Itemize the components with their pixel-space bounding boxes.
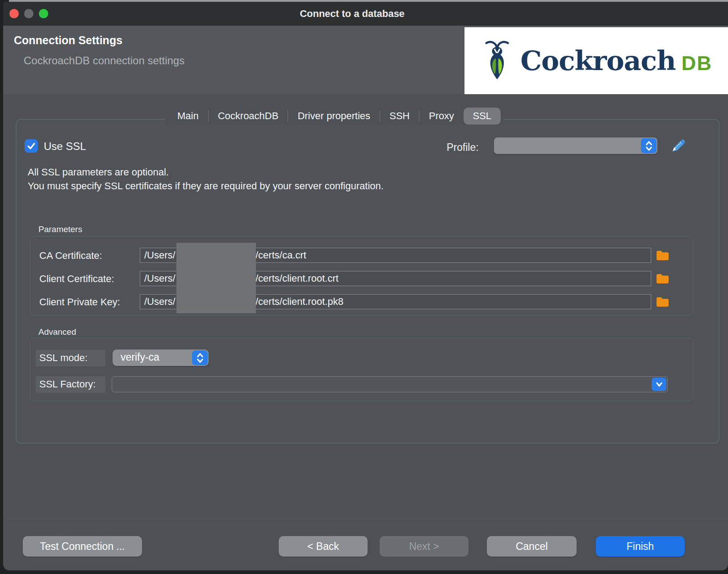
ssl-mode-label: SSL mode: [39, 352, 88, 364]
select-stepper-icon [641, 138, 657, 153]
edit-profile-pencil-icon[interactable] [670, 138, 686, 154]
client-certificate-browse-folder-icon[interactable] [656, 272, 669, 285]
back-button[interactable]: < Back [279, 536, 368, 557]
test-connection-button[interactable]: Test Connection ... [23, 536, 142, 557]
parameters-group-label: Parameters [38, 225, 82, 234]
tab-cockroachdb[interactable]: CockroachDB [209, 108, 288, 125]
tab-main[interactable]: Main [168, 108, 208, 125]
finish-button[interactable]: Finish [596, 536, 685, 557]
use-ssl-label: Use SSL [44, 140, 86, 153]
window-title: Connect to a database [3, 2, 701, 25]
client-certificate-label: Client Certificate: [39, 273, 114, 285]
dialog-header: Connection Settings CockroachDB connecti… [3, 26, 728, 94]
next-button[interactable]: Next > [380, 536, 469, 557]
client-private-key-label: Client Private Key: [39, 296, 120, 308]
ssl-tab-panel: Use SSL Profile: All SSL parameters are … [16, 119, 720, 444]
tab-bar: Main CockroachDB Driver properties SSH P… [165, 108, 503, 125]
parameters-groupbox: CA Certificate: /Users/ /certs/ca.crt Cl… [30, 236, 693, 316]
ssl-mode-value: verify-ca [121, 351, 159, 363]
profile-label: Profile: [447, 141, 479, 154]
advanced-group-label: Advanced [38, 327, 76, 337]
connect-database-dialog: Connect to a database Connection Setting… [3, 2, 728, 570]
client-certificate-value-suffix: /certs/client.root.crt [255, 273, 339, 284]
logo-db-text: DB [682, 52, 712, 75]
advanced-groupbox: SSL mode: verify-ca SSL Factory: [30, 338, 693, 401]
ssl-factory-combo[interactable] [112, 376, 668, 392]
client-private-key-browse-folder-icon[interactable] [656, 295, 669, 308]
checkmark-icon [26, 141, 36, 151]
client-private-key-value-suffix: /certs/client.root.pk8 [255, 296, 343, 308]
tab-driver-properties[interactable]: Driver properties [288, 108, 380, 125]
footer-divider [6, 519, 728, 519]
cancel-button[interactable]: Cancel [487, 536, 577, 557]
ssl-mode-select[interactable]: verify-ca [113, 349, 209, 366]
ca-certificate-value-suffix: /certs/ca.crt [255, 250, 306, 261]
cockroach-bug-icon [480, 37, 514, 84]
page-subtitle: CockroachDB connection settings [24, 54, 184, 67]
ssl-factory-label: SSL Factory: [39, 379, 96, 390]
logo-brand-text: Cockroach [520, 45, 676, 76]
cockroachdb-logo: Cockroach DB [464, 27, 728, 94]
combo-dropdown-chevron-icon[interactable] [652, 378, 666, 391]
page-title: Connection Settings [14, 34, 122, 47]
redacted-username-overlay [176, 243, 256, 313]
tab-ssl[interactable]: SSL [464, 108, 501, 125]
tab-ssh[interactable]: SSH [380, 108, 419, 125]
ca-certificate-label: CA Certificate: [39, 250, 102, 262]
ca-certificate-browse-folder-icon[interactable] [656, 249, 669, 262]
client-certificate-value-prefix: /Users/ [144, 273, 176, 284]
use-ssl-checkbox[interactable] [25, 139, 38, 153]
ssl-info-line-2: You must specify SSL certificates if the… [28, 180, 384, 192]
titlebar: Connect to a database [3, 2, 728, 25]
logo-wordmark: Cockroach DB [520, 45, 712, 76]
ca-certificate-value-prefix: /Users/ [144, 250, 176, 261]
client-private-key-value-prefix: /Users/ [144, 296, 176, 308]
profile-select[interactable] [494, 137, 657, 154]
select-stepper-icon [192, 350, 208, 365]
tab-proxy[interactable]: Proxy [419, 108, 463, 125]
ssl-info-line-1: All SSL parameters are optional. [28, 166, 169, 178]
